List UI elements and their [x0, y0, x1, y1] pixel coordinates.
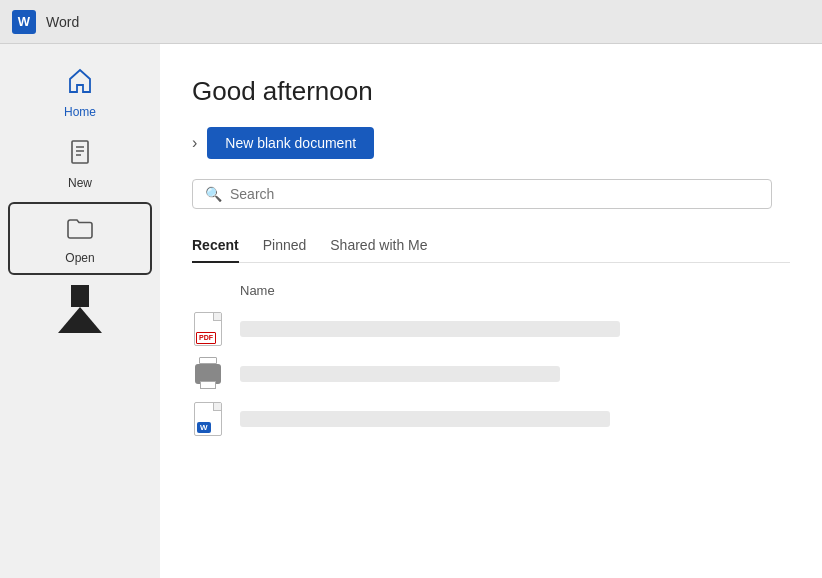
new-doc-row: › New blank document — [192, 127, 790, 159]
title-bar: W Word — [0, 0, 822, 44]
file-list: Name PDF — [192, 279, 790, 442]
pdf-file-icon: PDF — [192, 312, 224, 346]
greeting-text: Good afternoon — [192, 76, 790, 107]
new-doc-icon — [65, 137, 95, 172]
sidebar-item-home[interactable]: Home — [0, 56, 160, 127]
svg-rect-0 — [72, 141, 88, 163]
table-row[interactable] — [192, 352, 790, 396]
word-logo: W — [12, 10, 36, 34]
table-row[interactable]: W — [192, 396, 790, 442]
search-input[interactable] — [230, 186, 759, 202]
file-list-header: Name — [192, 279, 790, 306]
search-bar: 🔍 — [192, 179, 772, 209]
chevron-right-icon[interactable]: › — [192, 134, 197, 152]
file-name-pdf — [240, 321, 620, 337]
tab-recent[interactable]: Recent — [192, 231, 239, 263]
print-file-icon — [192, 358, 224, 390]
table-row[interactable]: PDF — [192, 306, 790, 352]
file-name-word — [240, 411, 610, 427]
file-name-print — [240, 366, 560, 382]
open-folder-icon — [65, 214, 95, 247]
arrow-indicator — [58, 281, 102, 333]
main-layout: Home New Open — [0, 44, 822, 578]
new-blank-button[interactable]: New blank document — [207, 127, 374, 159]
word-file-icon: W — [192, 402, 224, 436]
sidebar-item-open[interactable]: Open — [8, 202, 152, 275]
tab-pinned[interactable]: Pinned — [263, 231, 307, 263]
tabs: Recent Pinned Shared with Me — [192, 231, 790, 263]
sidebar-new-label: New — [68, 176, 92, 190]
sidebar-open-label: Open — [65, 251, 94, 265]
sidebar-item-new[interactable]: New — [0, 127, 160, 198]
search-icon: 🔍 — [205, 186, 222, 202]
tab-shared[interactable]: Shared with Me — [330, 231, 427, 263]
name-column-header: Name — [240, 283, 275, 298]
main-content: Good afternoon › New blank document 🔍 Re… — [160, 44, 822, 578]
sidebar: Home New Open — [0, 44, 160, 578]
sidebar-home-label: Home — [64, 105, 96, 119]
home-icon — [65, 66, 95, 101]
app-title: Word — [46, 14, 79, 30]
